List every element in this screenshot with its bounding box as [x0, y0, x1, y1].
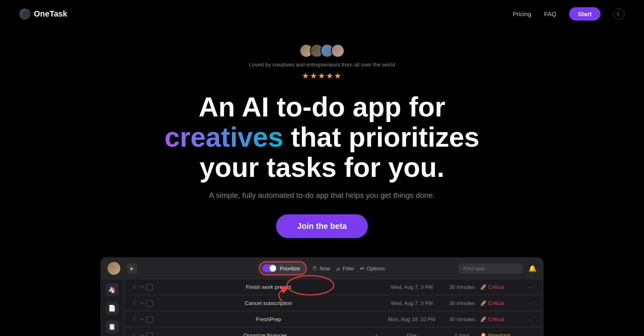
table-row: ⠿ ✏ Organize finances ▾ Due 1 hour 🔔 Imp… — [124, 328, 543, 336]
prioritize-label: Prioritize — [280, 265, 300, 272]
task-checkbox[interactable] — [146, 300, 153, 307]
logo-text: OneTask — [34, 9, 67, 19]
options-icon: ⇌ — [360, 265, 364, 272]
user-avatar — [107, 262, 120, 275]
task-duration: 30 minutes — [444, 300, 480, 306]
join-beta-button[interactable]: Join the beta — [276, 214, 367, 238]
logo[interactable]: 🌑 OneTask — [19, 8, 67, 20]
hero-section: Loved by creatives and entrepreneurs fro… — [0, 28, 644, 336]
task-checkbox[interactable] — [146, 316, 153, 323]
task-more-button[interactable]: ··· — [524, 316, 537, 323]
avatars-row — [299, 44, 345, 58]
sidebar-icon-unicorn[interactable]: 🦄 — [106, 283, 119, 296]
table-row: ⠿ ✏ Finish work project Wed, Aug 7, 3 PM… — [124, 279, 543, 295]
prioritize-toggle[interactable]: Prioritize — [259, 261, 307, 275]
nav-start-button[interactable]: Start — [569, 7, 601, 21]
task-duration: 30 minutes — [444, 284, 480, 290]
task-priority: 🚀 Critical — [480, 300, 524, 306]
task-duration: 30 minutes — [444, 316, 480, 322]
navbar: 🌑 OneTask Pricing FAQ Start ☾ — [0, 0, 644, 28]
task-date: Due — [380, 332, 444, 336]
nav-pricing[interactable]: Pricing — [513, 10, 531, 17]
sidebar-icon-document[interactable]: 📄 — [106, 302, 119, 315]
task-priority: 🔔 Important — [480, 332, 524, 336]
filter-label: Filter — [343, 265, 354, 272]
filter-icon: ⊿ — [336, 265, 340, 272]
nav-right: Pricing FAQ Start ☾ — [513, 7, 625, 21]
task-priority: 🚀 Critical — [480, 316, 524, 322]
drag-handle-icon: ⠿ — [130, 317, 138, 322]
now-button[interactable]: ⏱ Now — [312, 265, 330, 272]
task-checkbox[interactable] — [146, 332, 153, 336]
task-more-button[interactable]: ··· — [524, 284, 537, 290]
theme-toggle-button[interactable]: ☾ — [613, 8, 625, 20]
moon-icon: ☾ — [617, 11, 622, 17]
app-bar-center: Prioritize ⏱ Now ⊿ Filter ⇌ Options — [259, 261, 385, 275]
sidebar-icon-clipboard[interactable]: 📋 — [106, 320, 119, 333]
app-bar: ▶ Prioritize — [101, 258, 543, 279]
sidebar-strip: 🦄 📄 📋 — [101, 279, 124, 336]
sidebar-toggle-button[interactable]: ▶ — [127, 263, 137, 274]
app-content: 🦄 📄 📋 ⠿ ✏ Finish work project Wed, Aug 7… — [101, 279, 543, 336]
app-bar-right: 🔔 — [458, 263, 537, 274]
options-button[interactable]: ⇌ Options — [360, 265, 385, 272]
table-row: ⠿ ✏ Cancel subscription Wed, Aug 7, 3 PM… — [124, 295, 543, 311]
app-preview: ▶ Prioritize — [101, 257, 543, 336]
options-label: Options — [367, 265, 385, 272]
chevron-down-icon: ▾ — [373, 333, 380, 336]
drag-handle-icon: ⠿ — [130, 333, 138, 336]
edit-icon[interactable]: ✏ — [138, 317, 146, 322]
task-duration: 1 hour — [444, 332, 480, 336]
task-more-button[interactable]: ··· — [524, 300, 537, 307]
drag-handle-icon: ⠿ — [130, 284, 138, 290]
task-name: Organize finances — [157, 332, 373, 336]
hero-headline: An AI to-do app for creatives that prior… — [141, 92, 503, 182]
toggle-thumb — [270, 265, 276, 272]
toggle-track — [262, 264, 277, 272]
drag-handle-icon: ⠿ — [130, 301, 138, 306]
edit-icon[interactable]: ✏ — [138, 333, 146, 336]
filter-button[interactable]: ⊿ Filter — [336, 265, 354, 272]
task-name: Finish work project — [157, 284, 380, 290]
task-more-button[interactable]: ··· — [524, 332, 537, 336]
loved-text: Loved by creatives and entrepreneurs fro… — [249, 62, 395, 68]
hero-subtext: A simple, fully automated to-do app that… — [209, 191, 435, 200]
notifications-icon[interactable]: 🔔 — [528, 265, 537, 272]
logo-icon: 🌑 — [19, 8, 31, 20]
nav-faq[interactable]: FAQ — [544, 10, 556, 17]
find-task-input[interactable] — [458, 263, 523, 274]
headline-gradient-word: creatives — [165, 122, 283, 152]
edit-icon[interactable]: ✏ — [138, 284, 146, 290]
task-checkbox[interactable] — [146, 284, 153, 290]
task-name: Cancel subscription — [157, 300, 380, 306]
star-rating: ★★★★★ — [302, 71, 342, 81]
task-date: Wed, Aug 7, 3 PM — [380, 300, 444, 306]
now-label: Now — [320, 265, 330, 272]
edit-icon[interactable]: ✏ — [138, 301, 146, 306]
task-date: Mon, Aug 19, 10 PM — [380, 316, 444, 322]
task-priority: 🚀 Critical — [480, 284, 524, 290]
headline-part1: An AI to-do app for — [198, 91, 445, 122]
task-list: ⠿ ✏ Finish work project Wed, Aug 7, 3 PM… — [124, 279, 543, 336]
clock-icon: ⏱ — [312, 265, 317, 272]
task-name: FreshPrep — [157, 316, 380, 322]
avatar — [331, 44, 345, 58]
table-row: ⠿ ✏ FreshPrep Mon, Aug 19, 10 PM 30 minu… — [124, 311, 543, 328]
task-date: Wed, Aug 7, 3 PM — [380, 284, 444, 290]
